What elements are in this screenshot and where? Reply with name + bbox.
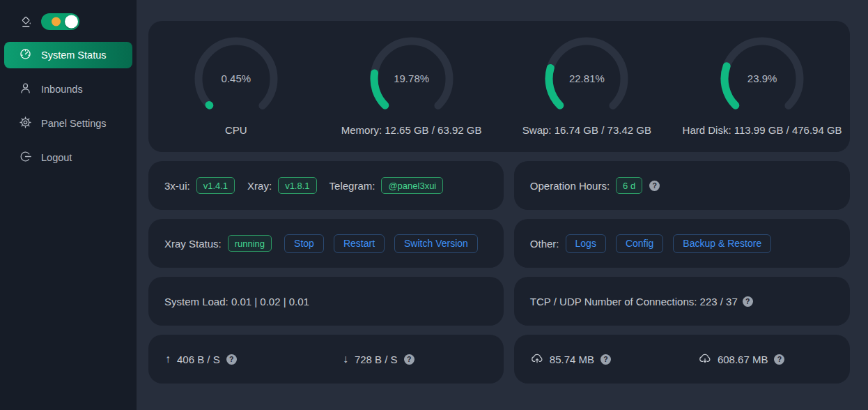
telegram-tag[interactable]: @panel3xui xyxy=(381,177,443,194)
help-icon[interactable]: ? xyxy=(774,354,784,365)
xui-label: 3x-ui: xyxy=(164,180,190,192)
download-speed-value: 728 B / S xyxy=(355,354,398,365)
total-download-value: 608.67 MB xyxy=(718,354,768,365)
xray-status-tag: running xyxy=(228,235,272,252)
stop-button[interactable]: Stop xyxy=(284,234,324,253)
system-load-card: System Load: 0.01 | 0.02 | 0.01 xyxy=(148,277,504,326)
total-upload-value: 85.74 MB xyxy=(550,354,594,365)
gauge-swap: 22.81% Swap: 16.74 GB / 73.42 GB xyxy=(499,21,675,152)
dashboard-icon xyxy=(20,48,31,62)
cards-grid: 3x-ui: v1.4.1 Xray: v1.8.1 Telegram: @pa… xyxy=(148,161,850,384)
cpu-gauge-chart: 0.45% xyxy=(194,37,278,121)
toggle-knob xyxy=(65,15,78,29)
xray-version-tag: v1.8.1 xyxy=(278,177,316,194)
sidebar: System Status Inbounds xyxy=(0,0,137,410)
logs-button[interactable]: Logs xyxy=(566,234,606,253)
download-speed: ↓ 728 B / S ? xyxy=(326,353,504,365)
help-icon[interactable]: ? xyxy=(226,354,237,365)
telegram-label: Telegram: xyxy=(330,180,375,192)
other-label: Other: xyxy=(530,238,559,250)
system-load-text: System Load: 0.01 | 0.02 | 0.01 xyxy=(164,296,309,308)
xray-label: Xray: xyxy=(247,180,272,192)
gauge-cpu: 0.45% CPU xyxy=(148,21,324,152)
arrow-down-icon: ↓ xyxy=(343,353,348,365)
sidebar-item-logout[interactable]: Logout xyxy=(4,144,132,171)
paint-bucket-icon[interactable] xyxy=(20,15,33,29)
xui-version-tag: v1.4.1 xyxy=(196,177,235,194)
version-info-card: 3x-ui: v1.4.1 Xray: v1.8.1 Telegram: @pa… xyxy=(148,161,504,210)
xray-status-card: Xray Status: running Stop Restart Switch… xyxy=(148,219,504,268)
swap-gauge-chart: 22.81% xyxy=(545,37,628,121)
switch-version-button[interactable]: Switch Version xyxy=(394,234,478,253)
help-icon[interactable]: ? xyxy=(649,181,660,191)
connections-text: TCP / UDP Number of Connections: 223 / 3… xyxy=(530,296,738,308)
sun-icon xyxy=(52,17,61,26)
operation-hours-label: Operation Hours: xyxy=(530,180,610,192)
sidebar-top xyxy=(0,11,137,32)
swap-percent: 22.81% xyxy=(545,73,628,84)
upload-speed-value: 406 B / S xyxy=(177,354,220,365)
sidebar-item-label: Logout xyxy=(41,152,72,163)
cloud-download-icon xyxy=(699,352,711,366)
sidebar-item-label: System Status xyxy=(41,50,106,61)
upload-speed: ↑ 406 B / S ? xyxy=(148,353,326,365)
main-content: 0.45% CPU 19.78% Memory: 12.65 GB / 63.9… xyxy=(137,0,868,410)
config-button[interactable]: Config xyxy=(616,234,663,253)
network-usage-card: 85.74 MB ? 608.67 MB ? xyxy=(514,335,850,384)
system-gauges-card: 0.45% CPU 19.78% Memory: 12.65 GB / 63.9… xyxy=(148,21,850,152)
hard-disk-gauge-chart: 23.9% xyxy=(720,37,804,121)
sidebar-item-label: Inbounds xyxy=(41,84,83,95)
memory-gauge-chart: 19.78% xyxy=(370,37,454,121)
app-window: System Status Inbounds xyxy=(0,0,868,410)
sidebar-item-system-status[interactable]: System Status xyxy=(4,42,132,68)
hard-disk-percent: 23.9% xyxy=(720,73,804,84)
xray-status-label: Xray Status: xyxy=(164,238,222,250)
network-speed-card: ↑ 406 B / S ? ↓ 728 B / S ? xyxy=(148,335,504,384)
memory-percent: 19.78% xyxy=(370,73,454,84)
sidebar-item-inbounds[interactable]: Inbounds xyxy=(4,76,132,102)
gauge-memory: 19.78% Memory: 12.65 GB / 63.92 GB xyxy=(324,21,499,152)
cpu-percent: 0.45% xyxy=(194,73,278,84)
cloud-upload-icon xyxy=(531,352,543,366)
backup-restore-button[interactable]: Backup & Restore xyxy=(673,234,771,253)
hard-disk-label: Hard Disk: 113.99 GB / 476.94 GB xyxy=(683,124,842,136)
total-download: 608.67 MB ? xyxy=(682,352,850,366)
gear-icon xyxy=(20,116,31,130)
restart-button[interactable]: Restart xyxy=(334,234,385,253)
help-icon[interactable]: ? xyxy=(743,296,753,307)
swap-label: Swap: 16.74 GB / 73.42 GB xyxy=(522,124,651,136)
user-icon xyxy=(20,82,31,96)
operation-hours-card: Operation Hours: 6 d ? xyxy=(514,161,850,210)
cpu-label: CPU xyxy=(225,124,247,136)
arrow-up-icon: ↑ xyxy=(165,353,171,365)
connections-card: TCP / UDP Number of Connections: 223 / 3… xyxy=(514,277,850,326)
logout-icon xyxy=(20,151,31,165)
theme-toggle[interactable] xyxy=(41,13,79,30)
gauge-hard-disk: 23.9% Hard Disk: 113.99 GB / 476.94 GB xyxy=(674,21,850,152)
memory-label: Memory: 12.65 GB / 63.92 GB xyxy=(341,124,482,136)
operation-hours-tag: 6 d xyxy=(616,177,642,194)
other-actions-card: Other: Logs Config Backup & Restore xyxy=(514,219,850,268)
help-icon[interactable]: ? xyxy=(404,354,414,365)
sidebar-item-panel-settings[interactable]: Panel Settings xyxy=(4,110,132,137)
total-upload: 85.74 MB ? xyxy=(514,352,682,366)
help-icon[interactable]: ? xyxy=(600,354,611,365)
sidebar-menu: System Status Inbounds xyxy=(0,42,137,171)
sidebar-item-label: Panel Settings xyxy=(41,118,107,129)
